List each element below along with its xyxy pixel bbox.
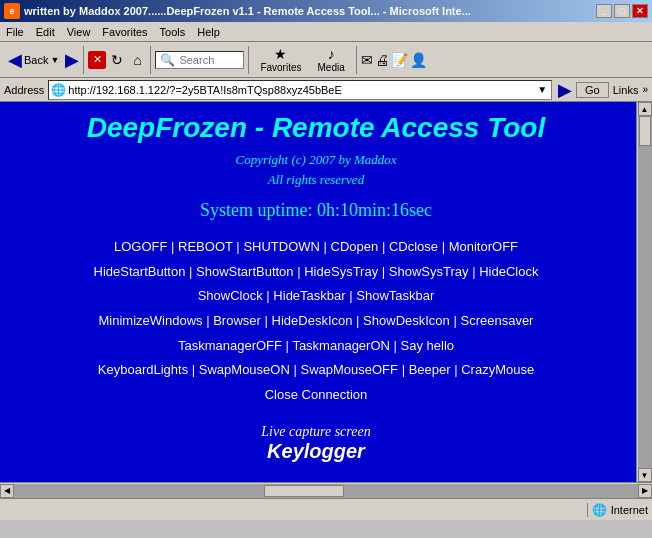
media-button[interactable]: ♪ Media xyxy=(311,43,352,76)
back-label: Back xyxy=(24,54,48,66)
cmd-hidedeskicon[interactable]: HideDeskIcon xyxy=(272,313,353,328)
live-capture-label: Live capture screen xyxy=(20,424,612,440)
cmd-shutdown[interactable]: SHUTDOWN xyxy=(243,239,320,254)
horizontal-scrollbar[interactable]: ◀ ▶ xyxy=(0,482,652,498)
stop-button[interactable]: ✕ xyxy=(88,51,106,69)
search-glass-icon: 🔍 xyxy=(160,53,175,67)
app-icon: e xyxy=(4,3,20,19)
minimize-button[interactable]: _ xyxy=(596,4,612,18)
copyright-line2: All rights reserved xyxy=(20,172,612,188)
media-label: Media xyxy=(318,62,345,73)
cmd-swapmouseoff[interactable]: SwapMouseOFF xyxy=(300,362,398,377)
scroll-down-button[interactable]: ▼ xyxy=(638,468,652,482)
navigate-icon[interactable]: ▶ xyxy=(558,79,572,101)
cmd-showclock[interactable]: ShowClock xyxy=(198,288,263,303)
refresh-icon: ↻ xyxy=(111,52,123,68)
commands-list: LOGOFF | REBOOT | SHUTDOWN | CDopen | CD… xyxy=(20,235,612,408)
menu-favorites[interactable]: Favorites xyxy=(96,24,153,40)
toolbar-extra-icons: ✉ 🖨 📝 👤 xyxy=(361,52,427,68)
hscroll-left-button[interactable]: ◀ xyxy=(0,484,14,498)
status-zone-label: Internet xyxy=(611,504,648,516)
vertical-scrollbar[interactable]: ▲ ▼ xyxy=(636,102,652,482)
cmd-monitoroff[interactable]: MonitorOFF xyxy=(449,239,518,254)
cmd-hidestartbutton[interactable]: HideStartButton xyxy=(94,264,186,279)
cmd-showdeskicon[interactable]: ShowDeskIcon xyxy=(363,313,450,328)
go-button[interactable]: Go xyxy=(576,82,609,98)
toolbar-separator-1 xyxy=(83,46,84,74)
hscroll-right-button[interactable]: ▶ xyxy=(638,484,652,498)
user-icon[interactable]: 👤 xyxy=(410,52,427,68)
cmd-reboot[interactable]: REBOOT xyxy=(178,239,233,254)
address-bar: Address 🌐 ▼ ▶ Go Links » xyxy=(0,78,652,102)
status-right-section: 🌐 Internet xyxy=(587,503,648,517)
cmd-sayhello[interactable]: Say hello xyxy=(401,338,454,353)
favorites-button[interactable]: ★ Favorites xyxy=(253,43,308,76)
mail-icon[interactable]: ✉ xyxy=(361,52,373,68)
status-bar: 🌐 Internet xyxy=(0,498,652,520)
favorites-icon: ★ xyxy=(274,46,287,62)
address-page-icon: 🌐 xyxy=(51,83,66,97)
toolbar-separator-4 xyxy=(356,46,357,74)
forward-icon[interactable]: ▶ xyxy=(65,49,79,71)
internet-icon: 🌐 xyxy=(592,503,607,517)
maximize-button[interactable]: □ xyxy=(614,4,630,18)
print-icon[interactable]: 🖨 xyxy=(375,52,389,68)
refresh-button[interactable]: ↻ xyxy=(108,51,126,69)
search-box[interactable]: 🔍 xyxy=(155,51,244,69)
cmd-hidetaskbar[interactable]: HideTaskbar xyxy=(273,288,345,303)
back-button[interactable]: ◀ Back ▼ xyxy=(4,47,63,73)
home-icon: ⌂ xyxy=(133,52,141,68)
close-button[interactable]: ✕ xyxy=(632,4,648,18)
cmd-close-connection[interactable]: Close Connection xyxy=(265,387,368,402)
toolbar: ◀ Back ▼ ▶ ✕ ↻ ⌂ 🔍 ★ Favorites ♪ Media ✉… xyxy=(0,42,652,78)
cmd-taskmanageroff[interactable]: TaskmanagerOFF xyxy=(178,338,282,353)
cmd-minimizewindows[interactable]: MinimizeWindows xyxy=(99,313,203,328)
address-input-wrapper[interactable]: 🌐 ▼ xyxy=(48,80,552,100)
back-dropdown-icon: ▼ xyxy=(50,55,59,65)
window-title: written by Maddox 2007......DeepFrozen v… xyxy=(24,5,471,17)
scroll-thumb[interactable] xyxy=(639,116,651,146)
cmd-showsystray[interactable]: ShowSysTray xyxy=(389,264,469,279)
cmd-cdopen[interactable]: CDopen xyxy=(331,239,379,254)
browser-content-area: DeepFrozen - Remote Access Tool Copyrigh… xyxy=(0,102,652,482)
copyright-line1: Copyright (c) 2007 by Maddox xyxy=(20,152,612,168)
menu-file[interactable]: File xyxy=(0,24,30,40)
menu-tools[interactable]: Tools xyxy=(154,24,192,40)
menu-bar: File Edit View Favorites Tools Help xyxy=(0,22,652,42)
links-button[interactable]: Links xyxy=(613,84,639,96)
stop-icon: ✕ xyxy=(93,53,102,66)
links-arrow-icon: » xyxy=(642,84,648,95)
cmd-showtaskbar[interactable]: ShowTaskbar xyxy=(356,288,434,303)
cmd-screensaver[interactable]: Screensaver xyxy=(460,313,533,328)
cmd-cdclose[interactable]: CDclose xyxy=(389,239,438,254)
cmd-beeper[interactable]: Beeper xyxy=(409,362,451,377)
scroll-up-button[interactable]: ▲ xyxy=(638,102,652,116)
cmd-browser[interactable]: Browser xyxy=(213,313,261,328)
hscroll-track[interactable] xyxy=(14,484,638,498)
menu-edit[interactable]: Edit xyxy=(30,24,61,40)
cmd-keyboardlights[interactable]: KeyboardLights xyxy=(98,362,188,377)
window-controls: _ □ ✕ xyxy=(596,4,648,18)
home-button[interactable]: ⌂ xyxy=(128,51,146,69)
back-arrow-icon: ◀ xyxy=(8,49,22,71)
address-label: Address xyxy=(4,84,44,96)
toolbar-separator-2 xyxy=(150,46,151,74)
address-dropdown-icon[interactable]: ▼ xyxy=(535,84,549,95)
page-content: DeepFrozen - Remote Access Tool Copyrigh… xyxy=(0,102,652,473)
cmd-swapmouseon[interactable]: SwapMouseON xyxy=(199,362,290,377)
hscroll-thumb[interactable] xyxy=(264,485,344,497)
menu-help[interactable]: Help xyxy=(191,24,226,40)
cmd-showstartbutton[interactable]: ShowStartButton xyxy=(196,264,294,279)
search-input[interactable] xyxy=(179,54,239,66)
cmd-crazymouse[interactable]: CrazyMouse xyxy=(461,362,534,377)
cmd-taskmanageron[interactable]: TaskmanagerON xyxy=(292,338,390,353)
edit-doc-icon[interactable]: 📝 xyxy=(391,52,408,68)
toolbar-separator-3 xyxy=(248,46,249,74)
keylogger-label[interactable]: Keylogger xyxy=(20,440,612,463)
cmd-hidesystray[interactable]: HideSysTray xyxy=(304,264,378,279)
menu-view[interactable]: View xyxy=(61,24,97,40)
cmd-hideclock[interactable]: HideClock xyxy=(479,264,538,279)
address-input[interactable] xyxy=(68,84,535,96)
cmd-logoff[interactable]: LOGOFF xyxy=(114,239,167,254)
scroll-track[interactable] xyxy=(638,116,652,468)
